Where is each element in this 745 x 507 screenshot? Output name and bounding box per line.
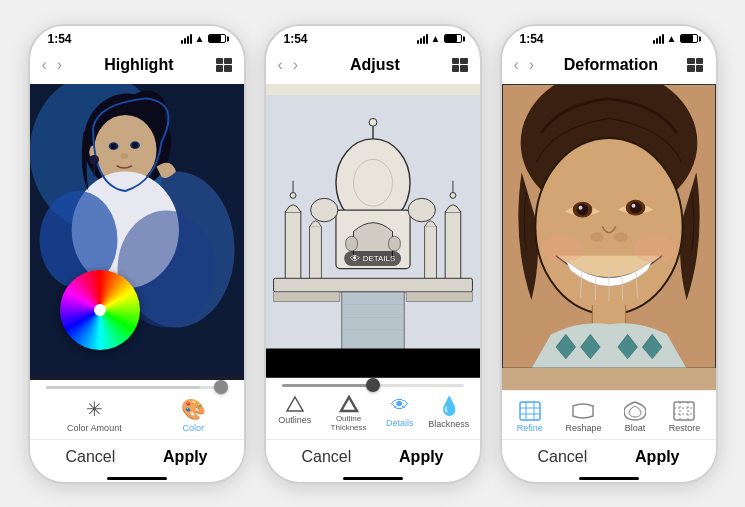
outline-thickness-icon bbox=[339, 395, 359, 413]
tool-buttons-1: ✳ Color Amount 🎨 Color bbox=[30, 391, 244, 439]
nav-right-2 bbox=[452, 58, 468, 72]
color-amount-label: Color Amount bbox=[67, 423, 122, 433]
color-wheel[interactable] bbox=[60, 270, 140, 350]
apply-button-1[interactable]: Apply bbox=[155, 446, 215, 468]
grid-icon-2[interactable] bbox=[452, 58, 468, 72]
bottom-actions-1: Cancel Apply bbox=[30, 439, 244, 478]
svg-rect-35 bbox=[273, 292, 339, 302]
slider-track-1[interactable] bbox=[46, 386, 228, 389]
cancel-button-1[interactable]: Cancel bbox=[58, 446, 124, 468]
tool-reshape[interactable]: Reshape bbox=[559, 399, 607, 435]
slider-area-1 bbox=[30, 380, 244, 391]
svg-point-61 bbox=[541, 235, 584, 262]
svg-point-39 bbox=[408, 199, 435, 222]
nav-bar-1: ‹ › Highlight bbox=[30, 48, 244, 84]
eye-icon: 👁 bbox=[350, 253, 360, 264]
status-bar-2: 1:54 ▲ bbox=[266, 26, 480, 48]
tool-restore[interactable]: Restore bbox=[663, 399, 707, 435]
tool-blackness[interactable]: 💧 Blackness bbox=[425, 393, 473, 435]
wifi-icon-3: ▲ bbox=[667, 33, 677, 44]
outlines-icon bbox=[285, 395, 305, 413]
tool-color-amount[interactable]: ✳ Color Amount bbox=[61, 395, 128, 435]
tool-refine[interactable]: Refine bbox=[511, 399, 549, 435]
toolbar-3: Refine Reshape Bloat bbox=[502, 390, 716, 478]
time-2: 1:54 bbox=[284, 32, 308, 46]
toolbar-1: ✳ Color Amount 🎨 Color Cancel Apply bbox=[30, 380, 244, 478]
slider-area-2 bbox=[266, 378, 480, 389]
svg-rect-25 bbox=[445, 212, 461, 280]
svg-rect-36 bbox=[406, 292, 472, 302]
tool-bloat[interactable]: Bloat bbox=[618, 399, 652, 435]
battery-icon-2 bbox=[444, 34, 462, 43]
svg-point-60 bbox=[613, 232, 627, 242]
cancel-button-2[interactable]: Cancel bbox=[294, 446, 360, 468]
svg-rect-22 bbox=[285, 212, 301, 280]
nav-arrows-2: ‹ › bbox=[278, 56, 299, 74]
grid-icon-1[interactable] bbox=[216, 58, 232, 72]
bottom-actions-2: Cancel Apply bbox=[266, 439, 480, 478]
svg-rect-29 bbox=[424, 227, 436, 281]
reshape-label: Reshape bbox=[565, 423, 601, 433]
details-text: DETAILS bbox=[363, 254, 396, 263]
time-1: 1:54 bbox=[48, 32, 72, 46]
tool-outline-thickness[interactable]: Outline Thickness bbox=[323, 393, 375, 435]
cancel-button-3[interactable]: Cancel bbox=[530, 446, 596, 468]
apply-button-3[interactable]: Apply bbox=[627, 446, 687, 468]
phone-deformation: 1:54 ▲ ‹ › Deformation bbox=[500, 24, 718, 484]
home-bar-1 bbox=[107, 477, 167, 480]
phone-highlight: 1:54 ▲ ‹ › Highlight bbox=[28, 24, 246, 484]
grid-icon-3[interactable] bbox=[687, 58, 703, 72]
svg-rect-37 bbox=[266, 349, 480, 378]
status-icons-2: ▲ bbox=[417, 33, 462, 44]
svg-point-59 bbox=[590, 232, 604, 242]
svg-point-23 bbox=[290, 193, 296, 199]
details-label[interactable]: 👁 DETAILS bbox=[344, 251, 402, 266]
tool-buttons-2: Outlines Outline Thickness 👁 Details 💧 B… bbox=[266, 389, 480, 439]
deformation-image bbox=[502, 84, 716, 390]
bottom-actions-3: Cancel Apply bbox=[502, 439, 716, 478]
tool-color[interactable]: 🎨 Color bbox=[175, 395, 212, 435]
tool-details[interactable]: 👁 Details bbox=[380, 393, 420, 435]
apply-button-2[interactable]: Apply bbox=[391, 446, 451, 468]
face-svg bbox=[502, 84, 716, 369]
home-indicator-3 bbox=[502, 478, 716, 482]
tool-outlines[interactable]: Outlines bbox=[272, 393, 317, 435]
image-area-3 bbox=[502, 84, 716, 390]
refine-icon bbox=[519, 401, 541, 421]
nav-bar-3: ‹ › Deformation bbox=[502, 48, 716, 84]
svg-point-38 bbox=[310, 199, 337, 222]
signal-icon-3 bbox=[653, 34, 664, 44]
svg-point-54 bbox=[578, 205, 582, 209]
forward-arrow-2[interactable]: › bbox=[293, 56, 298, 74]
svg-point-9 bbox=[132, 142, 138, 148]
signal-icon-1 bbox=[181, 34, 192, 44]
forward-arrow-3[interactable]: › bbox=[529, 56, 534, 74]
svg-point-20 bbox=[369, 119, 377, 127]
signal-icon-2 bbox=[417, 34, 428, 44]
forward-arrow-1[interactable]: › bbox=[57, 56, 62, 74]
back-arrow-2[interactable]: ‹ bbox=[278, 56, 283, 74]
home-bar-3 bbox=[579, 477, 639, 480]
restore-label: Restore bbox=[669, 423, 701, 433]
svg-point-57 bbox=[629, 201, 641, 213]
taj-svg bbox=[266, 95, 480, 378]
slider-track-2[interactable] bbox=[282, 384, 464, 387]
woman-svg bbox=[30, 84, 244, 376]
nav-arrows-1: ‹ › bbox=[42, 56, 63, 74]
nav-title-3: Deformation bbox=[564, 56, 658, 74]
outlines-label: Outlines bbox=[278, 415, 311, 425]
svg-rect-42 bbox=[388, 237, 400, 252]
svg-point-26 bbox=[450, 193, 456, 199]
svg-point-10 bbox=[120, 152, 128, 158]
status-bar-1: 1:54 ▲ bbox=[30, 26, 244, 48]
back-arrow-3[interactable]: ‹ bbox=[514, 56, 519, 74]
battery-icon-1 bbox=[208, 34, 226, 43]
back-arrow-1[interactable]: ‹ bbox=[42, 56, 47, 74]
refine-label: Refine bbox=[517, 423, 543, 433]
battery-icon-3 bbox=[680, 34, 698, 43]
reshape-icon bbox=[572, 401, 594, 421]
nav-title-2: Adjust bbox=[350, 56, 400, 74]
status-icons-1: ▲ bbox=[181, 33, 226, 44]
adjust-image: 👁 DETAILS bbox=[266, 84, 480, 378]
svg-point-53 bbox=[576, 203, 588, 215]
